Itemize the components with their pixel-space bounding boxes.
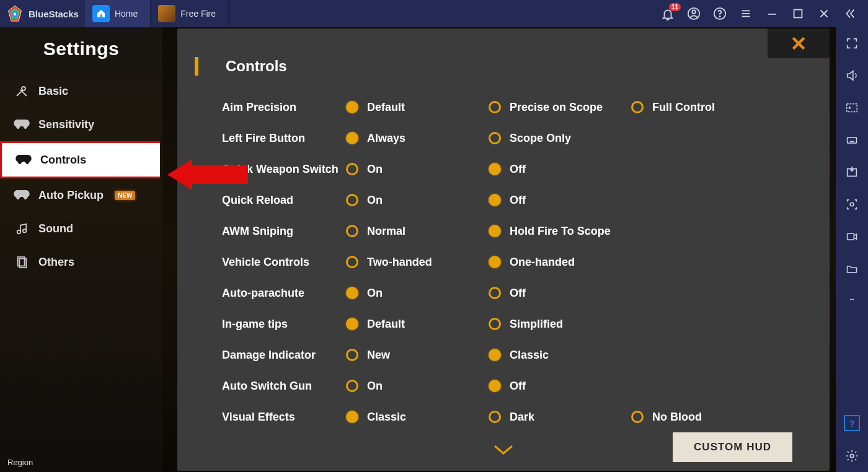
option-off[interactable]: Off (489, 194, 631, 207)
option-dark[interactable]: Dark (489, 411, 631, 424)
option-two-handed[interactable]: Two-handed (346, 256, 489, 269)
minimize-icon[interactable] (765, 7, 779, 20)
option-on[interactable]: On (346, 380, 489, 393)
fullscreen-icon[interactable] (843, 36, 861, 51)
record-icon[interactable] (843, 229, 861, 244)
option-on[interactable]: On (346, 287, 489, 300)
app-name: BlueStacks (29, 9, 79, 19)
radio-icon (489, 225, 501, 237)
svg-point-0 (14, 13, 17, 16)
svg-point-14 (22, 87, 25, 90)
help-icon[interactable] (713, 7, 727, 20)
sidebar-item-others[interactable]: Others (0, 245, 162, 279)
option-one-handed[interactable]: One-handed (489, 256, 631, 269)
keyboard-icon[interactable] (843, 133, 861, 147)
option-on[interactable]: On (346, 194, 489, 207)
tab-free-fire[interactable]: Free Fire (151, 0, 229, 27)
radio-icon (489, 163, 501, 175)
radio-icon (631, 101, 644, 113)
folder-icon[interactable] (843, 261, 861, 276)
option-label: Dark (510, 411, 534, 424)
music-icon (14, 222, 30, 235)
settings-row: Vehicle ControlsTwo-handedOne-handed (222, 247, 797, 278)
settings-row: Damage IndicatorNewClassic (222, 339, 797, 370)
option-default[interactable]: Default (346, 101, 489, 114)
account-icon[interactable] (687, 7, 701, 20)
option-label: Always (367, 132, 405, 145)
radio-icon (489, 287, 501, 299)
option-off[interactable]: Off (489, 163, 631, 176)
region-label[interactable]: Region (7, 458, 33, 467)
row-label: Damage Indicator (222, 349, 346, 362)
maximize-icon[interactable] (791, 7, 805, 20)
sidebar-item-controls[interactable]: Controls (0, 141, 160, 178)
sidebar-item-auto-pickup[interactable]: Auto Pickup NEW (0, 178, 162, 212)
annotation-arrow (167, 159, 248, 199)
svg-rect-23 (848, 138, 857, 143)
app-body: Settings Basic Sensitivity Controls (0, 27, 868, 472)
notifications-icon[interactable]: 11 (661, 7, 675, 20)
document-icon (14, 255, 30, 269)
option-on[interactable]: On (346, 163, 489, 176)
sidebar-item-label: Sound (38, 222, 73, 235)
sidebar-item-sensitivity[interactable]: Sensitivity (0, 108, 162, 141)
option-new[interactable]: New (346, 349, 489, 362)
option-label: Classic (510, 349, 549, 362)
close-panel-button[interactable] (768, 28, 830, 58)
radio-icon (346, 318, 358, 330)
radio-icon (346, 287, 358, 299)
option-default[interactable]: Default (346, 318, 489, 331)
more-icon[interactable] (843, 294, 861, 308)
option-classic[interactable]: Classic (489, 349, 631, 362)
option-label: Precise on Scope (510, 101, 603, 114)
option-normal[interactable]: Normal (346, 225, 489, 238)
settings-sidebar: Settings Basic Sensitivity Controls (0, 27, 162, 472)
scroll-down-icon[interactable] (491, 442, 516, 460)
menu-icon[interactable] (739, 7, 753, 20)
custom-hud-button[interactable]: CUSTOM HUD (673, 432, 792, 462)
option-precise-on-scope[interactable]: Precise on Scope (489, 101, 631, 114)
option-label: Off (510, 380, 526, 393)
sidebar-item-label: Basic (38, 85, 68, 98)
option-no-blood[interactable]: No Blood (631, 411, 702, 424)
sidebar-item-label: Auto Pickup (38, 189, 104, 202)
option-hold-fire-to-scope[interactable]: Hold Fire To Scope (489, 225, 631, 238)
gamepad-icon (16, 153, 32, 167)
svg-rect-21 (847, 104, 857, 112)
radio-icon (346, 380, 358, 392)
row-label: In-game tips (222, 318, 346, 331)
sidebar-item-basic[interactable]: Basic (0, 74, 162, 108)
radio-icon (346, 101, 358, 113)
help-button[interactable]: ? (844, 415, 860, 431)
close-icon[interactable] (817, 7, 831, 20)
option-full-control[interactable]: Full Control (631, 101, 715, 114)
row-label: Auto Switch Gun (222, 380, 346, 393)
radio-icon (346, 132, 358, 144)
option-label: Default (367, 101, 405, 114)
svg-point-4 (719, 16, 720, 17)
radio-icon (489, 411, 501, 423)
screenshot-icon[interactable] (843, 197, 861, 212)
option-label: New (367, 349, 390, 362)
row-label: Left Fire Button (222, 132, 346, 145)
tab-free-fire-label: Free Fire (180, 9, 216, 19)
option-scope-only[interactable]: Scope Only (489, 132, 631, 145)
settings-row: Quick ReloadOnOff (222, 185, 797, 216)
keymap-icon[interactable] (843, 100, 861, 115)
install-apk-icon[interactable] (843, 165, 861, 180)
collapse-sidebar-icon[interactable] (843, 7, 857, 20)
panel-title: Controls (226, 58, 287, 75)
volume-icon[interactable] (843, 68, 861, 83)
tab-home[interactable]: Home (85, 0, 151, 27)
option-label: Scope Only (510, 132, 571, 145)
option-simplified[interactable]: Simplified (489, 318, 631, 331)
option-label: On (367, 380, 383, 393)
option-classic[interactable]: Classic (346, 411, 489, 424)
option-off[interactable]: Off (489, 287, 631, 300)
svg-point-22 (849, 107, 850, 108)
settings-gear-icon[interactable] (843, 448, 861, 463)
option-always[interactable]: Always (346, 132, 489, 145)
settings-row: Aim PrecisionDefaultPrecise on ScopeFull… (222, 92, 797, 123)
option-off[interactable]: Off (489, 380, 631, 393)
sidebar-item-sound[interactable]: Sound (0, 212, 162, 245)
